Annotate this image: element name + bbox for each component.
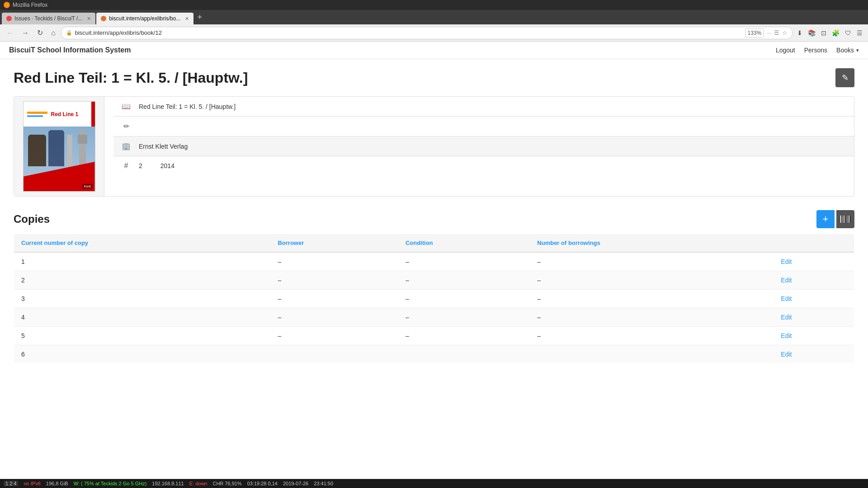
copies-header: Copies + (14, 210, 854, 228)
lock-icon: 🔒 (66, 30, 72, 36)
borrowings-cell: – (530, 308, 774, 327)
forward-button[interactable]: → (19, 28, 32, 38)
edit-link[interactable]: Edit (781, 314, 792, 321)
tab2-close[interactable]: ✕ (185, 16, 189, 22)
edit-link[interactable]: Edit (781, 332, 792, 339)
copy-number-cell: 1 (14, 252, 271, 271)
back-button[interactable]: ← (4, 28, 16, 38)
edit-cell[interactable]: Edit (774, 271, 854, 290)
copy-number-cell: 5 (14, 327, 271, 345)
firefox-icon (4, 2, 10, 8)
library-icon[interactable]: 📚 (806, 28, 817, 38)
borrower-cell: – (270, 327, 398, 345)
table-row: 3–––Edit (14, 290, 854, 308)
copy-number-cell: 3 (14, 290, 271, 308)
shield-icon[interactable]: 🛡 (843, 28, 853, 38)
app-title: BiscuiT School Information System (9, 46, 131, 54)
new-tab-button[interactable]: + (194, 13, 205, 22)
book-edition-value: 2 (139, 162, 142, 169)
menu-icon[interactable]: ☰ (855, 28, 864, 38)
col-actions (774, 234, 854, 253)
edit-cell[interactable]: Edit (774, 308, 854, 327)
book-cover-container: Red Line 1 (14, 97, 104, 196)
borrowings-cell: – (530, 252, 774, 271)
tab1-close[interactable]: ✕ (87, 16, 91, 22)
copy-number-cell: 4 (14, 308, 271, 327)
barcode-button[interactable] (836, 210, 854, 228)
edit-cell[interactable]: Edit (774, 327, 854, 345)
copies-table-header: Current number of copy Borrower Conditio… (14, 234, 854, 253)
edit-link[interactable]: Edit (781, 258, 792, 265)
synced-tabs-icon[interactable]: ⊡ (819, 28, 828, 38)
browser-title-bar: Mozilla Firefox (0, 0, 868, 10)
borrowings-cell: – (530, 271, 774, 290)
edit-cell[interactable]: Edit (774, 252, 854, 271)
col-condition: Condition (398, 234, 530, 253)
address-bar[interactable]: 🔒 biscuit.intern/app/exlibris/book/12 13… (61, 27, 793, 39)
book-subtitle-icon: ✏ (121, 122, 132, 131)
reader-mode-icon[interactable]: ☰ (774, 29, 779, 36)
book-cover: Red Line 1 (23, 101, 95, 192)
app-nav: Logout Persons Books ▾ (776, 47, 859, 54)
books-link[interactable]: Books (836, 47, 854, 54)
book-title-row: 📖 Red Line Teil: 1 = Kl. 5. / [Hauptw.] (113, 97, 854, 117)
more-options-icon[interactable]: ··· (766, 29, 771, 36)
cover-brand: Red Line 1 (51, 111, 79, 117)
logout-link[interactable]: Logout (776, 47, 795, 54)
condition-cell: – (398, 290, 530, 308)
table-row: 1–––Edit (14, 252, 854, 271)
book-edition-row: # 2 2014 (113, 156, 854, 175)
borrower-cell: – (270, 290, 398, 308)
edit-link[interactable]: Edit (781, 277, 792, 284)
condition-cell: – (398, 252, 530, 271)
edit-cell[interactable]: Edit (774, 290, 854, 308)
app-header: BiscuiT School Information System Logout… (0, 42, 868, 59)
home-button[interactable]: ⌂ (48, 28, 58, 38)
book-subtitle-row: ✏ (113, 117, 854, 136)
browser-tabs-bar: Issues · Teckids / BiscuiT /... ✕ biscui… (0, 10, 868, 24)
downloads-icon[interactable]: ⬇ (795, 28, 804, 38)
barcode-icon (840, 216, 850, 223)
col-borrower: Borrower (270, 234, 398, 253)
table-row: 6Edit (14, 345, 854, 364)
edit-link[interactable]: Edit (781, 351, 792, 358)
condition-cell: – (398, 271, 530, 290)
book-info-table: 📖 Red Line Teil: 1 = Kl. 5. / [Hauptw.] … (113, 97, 854, 196)
browser-title-text: Mozilla Firefox (13, 2, 47, 8)
borrower-cell (270, 345, 398, 364)
copy-number-cell: 2 (14, 271, 271, 290)
books-dropdown-arrow[interactable]: ▾ (856, 47, 859, 53)
edit-link[interactable]: Edit (781, 295, 792, 302)
book-edition-icon: # (121, 162, 132, 170)
zoom-level: 133% (745, 28, 764, 38)
page-edit-button[interactable]: ✎ (835, 68, 854, 87)
book-title-icon: 📖 (121, 102, 132, 111)
borrowings-cell: – (530, 327, 774, 345)
main-content: Red Line Teil: 1 = Kl. 5. / [Hauptw.] ✎ … (0, 59, 868, 373)
copies-actions: + (816, 210, 854, 228)
add-copy-button[interactable]: + (816, 210, 835, 228)
copies-title: Copies (14, 213, 50, 225)
page-title-row: Red Line Teil: 1 = Kl. 5. / [Hauptw.] ✎ (14, 68, 854, 87)
bookmark-icon[interactable]: ☆ (782, 29, 788, 36)
book-year-value: 2014 (160, 162, 175, 169)
tab1-favicon (6, 16, 12, 21)
extensions-icon[interactable]: 🧩 (830, 28, 841, 38)
tab-2[interactable]: biscuit.intern/app/exlibris/bo... ✕ (96, 13, 193, 24)
page-title: Red Line Teil: 1 = Kl. 5. / [Hauptw.] (14, 70, 248, 86)
tab2-favicon (101, 16, 106, 21)
book-title-value: Red Line Teil: 1 = Kl. 5. / [Hauptw.] (139, 103, 236, 110)
borrower-cell: – (270, 252, 398, 271)
condition-cell: – (398, 308, 530, 327)
reload-button[interactable]: ↻ (34, 28, 46, 38)
browser-nav-bar: ← → ↻ ⌂ 🔒 biscuit.intern/app/exlibris/bo… (0, 24, 868, 42)
tab1-label: Issues · Teckids / BiscuiT /... (14, 15, 82, 22)
copies-table: Current number of copy Borrower Conditio… (14, 234, 854, 364)
persons-link[interactable]: Persons (804, 47, 827, 54)
edit-cell[interactable]: Edit (774, 345, 854, 364)
table-row: 5–––Edit (14, 327, 854, 345)
borrower-cell: – (270, 271, 398, 290)
tab2-label: biscuit.intern/app/exlibris/bo... (109, 15, 180, 22)
tab-1[interactable]: Issues · Teckids / BiscuiT /... ✕ (2, 13, 95, 24)
copy-number-cell: 6 (14, 345, 271, 364)
